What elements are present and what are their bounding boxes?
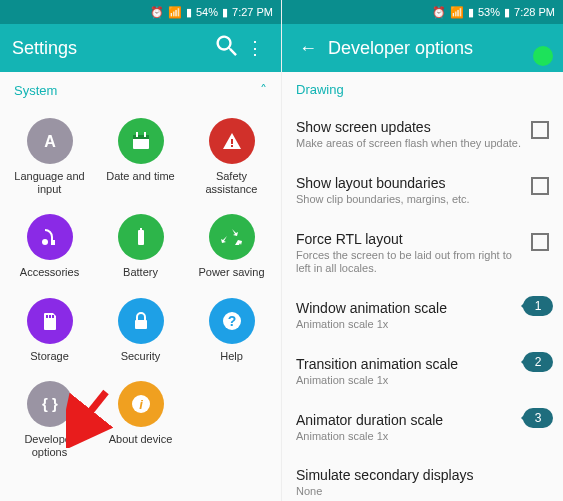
settings-screen: ⏰ 📶 ▮ 54% ▮ 7:27 PM Settings ⋮ System ˄ … bbox=[0, 0, 282, 501]
tile-about-device[interactable]: iAbout device bbox=[95, 377, 186, 463]
app-bar: ← Developer options bbox=[282, 24, 563, 72]
option-subtitle: Animation scale 1x bbox=[296, 374, 549, 388]
clock: 7:27 PM bbox=[232, 6, 273, 18]
option-transition-animation-scale[interactable]: Transition animation scaleAnimation scal… bbox=[282, 344, 563, 400]
tile-label: Safety assistance bbox=[191, 170, 273, 196]
alarm-icon: ⏰ bbox=[432, 6, 446, 19]
option-title: Window animation scale bbox=[296, 300, 549, 316]
app-bar: Settings ⋮ bbox=[0, 24, 281, 72]
option-title: Show layout boundaries bbox=[296, 175, 523, 191]
settings-grid: ALanguage and inputDate and timeSafety a… bbox=[0, 108, 281, 469]
signal-icon: ▮ bbox=[468, 6, 474, 19]
option-title: Transition animation scale bbox=[296, 356, 549, 372]
batt-icon bbox=[118, 214, 164, 260]
chevron-up-icon: ˄ bbox=[260, 82, 267, 98]
tile-label: About device bbox=[109, 433, 173, 446]
battery-icon: ▮ bbox=[504, 6, 510, 19]
battery-pct: 53% bbox=[478, 6, 500, 18]
help-icon: ? bbox=[209, 298, 255, 344]
option-subtitle: None bbox=[296, 485, 549, 499]
tile-security[interactable]: Security bbox=[95, 294, 186, 367]
page-title: Developer options bbox=[328, 38, 551, 59]
option-force-rtl-layout[interactable]: Force RTL layoutForces the screen to be … bbox=[282, 219, 563, 289]
tile-label: Storage bbox=[30, 350, 69, 363]
option-subtitle: Animation scale 1x bbox=[296, 430, 549, 444]
battery-icon: ▮ bbox=[222, 6, 228, 19]
clock: 7:28 PM bbox=[514, 6, 555, 18]
A-icon: A bbox=[27, 118, 73, 164]
options-list: Show screen updatesMake areas of screen … bbox=[282, 107, 563, 501]
wifi-icon: 📶 bbox=[168, 6, 182, 19]
option-title: Simulate secondary displays bbox=[296, 467, 549, 483]
cal-icon bbox=[118, 118, 164, 164]
svg-text:A: A bbox=[44, 133, 56, 150]
option-show-layout-boundaries[interactable]: Show layout boundariesShow clip boundari… bbox=[282, 163, 563, 219]
option-window-animation-scale[interactable]: Window animation scaleAnimation scale 1x… bbox=[282, 288, 563, 344]
svg-rect-13 bbox=[135, 320, 147, 329]
sd-icon bbox=[27, 298, 73, 344]
warn-icon bbox=[209, 118, 255, 164]
section-header: Drawing bbox=[282, 72, 563, 107]
alarm-icon: ⏰ bbox=[150, 6, 164, 19]
back-icon[interactable]: ← bbox=[294, 38, 322, 59]
tile-developer-options[interactable]: { }Developer options bbox=[4, 377, 95, 463]
option-show-screen-updates[interactable]: Show screen updatesMake areas of screen … bbox=[282, 107, 563, 163]
annotation-badge: 1 bbox=[523, 296, 553, 316]
tile-storage[interactable]: Storage bbox=[4, 294, 95, 367]
tile-safety-assistance[interactable]: Safety assistance bbox=[186, 114, 277, 200]
checkbox[interactable] bbox=[531, 233, 549, 251]
tile-label: Battery bbox=[123, 266, 158, 279]
svg-text:i: i bbox=[139, 397, 143, 412]
svg-rect-3 bbox=[136, 132, 138, 137]
svg-rect-9 bbox=[140, 228, 142, 230]
svg-rect-8 bbox=[138, 230, 144, 245]
svg-point-7 bbox=[42, 239, 48, 245]
option-subtitle: Animation scale 1x bbox=[296, 318, 549, 332]
tile-date-and-time[interactable]: Date and time bbox=[95, 114, 186, 200]
checkbox[interactable] bbox=[531, 177, 549, 195]
svg-text:?: ? bbox=[227, 313, 236, 329]
section-label: Drawing bbox=[296, 82, 344, 97]
svg-rect-6 bbox=[231, 145, 233, 147]
option-animator-duration-scale[interactable]: Animator duration scaleAnimation scale 1… bbox=[282, 400, 563, 456]
option-simulate-secondary-displays[interactable]: Simulate secondary displaysNone bbox=[282, 455, 563, 501]
annotation-badge: 3 bbox=[523, 408, 553, 428]
developer-options-screen: ⏰ 📶 ▮ 53% ▮ 7:28 PM ← Developer options … bbox=[282, 0, 563, 501]
option-subtitle: Forces the screen to be laid out from ri… bbox=[296, 249, 523, 277]
tile-language-and-input[interactable]: ALanguage and input bbox=[4, 114, 95, 200]
svg-rect-5 bbox=[231, 139, 233, 144]
tile-label: Security bbox=[121, 350, 161, 363]
info-icon: i bbox=[118, 381, 164, 427]
lock-icon bbox=[118, 298, 164, 344]
option-title: Force RTL layout bbox=[296, 231, 523, 247]
svg-rect-4 bbox=[144, 132, 146, 137]
tile-label: Developer options bbox=[9, 433, 91, 459]
svg-rect-10 bbox=[46, 315, 48, 318]
checkbox[interactable] bbox=[531, 121, 549, 139]
tile-label: Date and time bbox=[106, 170, 174, 183]
section-header[interactable]: System ˄ bbox=[0, 72, 281, 108]
option-subtitle: Make areas of screen flash when they upd… bbox=[296, 137, 523, 151]
annotation-badge: 2 bbox=[523, 352, 553, 372]
battery-pct: 54% bbox=[196, 6, 218, 18]
option-title: Show screen updates bbox=[296, 119, 523, 135]
section-label: System bbox=[14, 83, 57, 98]
svg-rect-12 bbox=[52, 315, 54, 318]
search-icon[interactable] bbox=[213, 32, 241, 65]
overflow-icon[interactable]: ⋮ bbox=[241, 37, 269, 59]
tile-help[interactable]: ?Help bbox=[186, 294, 277, 367]
braces-icon: { } bbox=[27, 381, 73, 427]
svg-rect-2 bbox=[133, 135, 149, 139]
tile-label: Help bbox=[220, 350, 243, 363]
tile-accessories[interactable]: Accessories bbox=[4, 210, 95, 283]
tile-battery[interactable]: Battery bbox=[95, 210, 186, 283]
status-bar: ⏰ 📶 ▮ 54% ▮ 7:27 PM bbox=[0, 0, 281, 24]
recycle-icon bbox=[209, 214, 255, 260]
head-icon bbox=[27, 214, 73, 260]
status-bar: ⏰ 📶 ▮ 53% ▮ 7:28 PM bbox=[282, 0, 563, 24]
svg-text:{ }: { } bbox=[42, 395, 58, 412]
option-title: Animator duration scale bbox=[296, 412, 549, 428]
signal-icon: ▮ bbox=[186, 6, 192, 19]
tile-label: Accessories bbox=[20, 266, 79, 279]
tile-power-saving[interactable]: Power saving bbox=[186, 210, 277, 283]
